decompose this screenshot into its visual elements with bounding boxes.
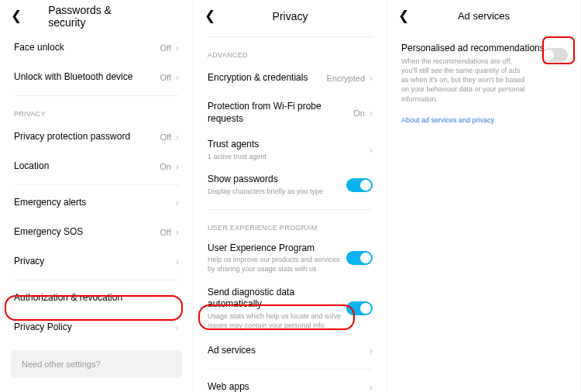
row-face-unlock[interactable]: Face unlock Off ›: [0, 33, 193, 63]
row-value: Off: [160, 132, 171, 142]
row-authorization-revocation[interactable]: Authorization & revocation ›: [0, 284, 193, 313]
chevron-right-icon: ›: [370, 73, 373, 84]
footer-search-prompt[interactable]: Need other settings?: [11, 350, 182, 378]
row-label: Show passwords: [208, 174, 346, 186]
toggle-diagnostic[interactable]: [346, 301, 373, 315]
back-icon[interactable]: ❮: [205, 9, 215, 22]
page-title: Privacy: [273, 10, 308, 22]
back-icon[interactable]: ❮: [11, 9, 22, 22]
row-label: Privacy Policy: [14, 322, 176, 334]
row-sublabel: Help us improve our products and service…: [208, 256, 346, 273]
page-title: Ad services: [458, 10, 510, 22]
row-web-apps[interactable]: Web apps ›: [194, 373, 387, 392]
row-value: Off: [160, 43, 171, 53]
row-label: Trust agents: [208, 139, 370, 151]
row-personalised-ads[interactable]: Personalised ad recommendations When the…: [387, 33, 580, 107]
row-label: Authorization & revocation: [14, 292, 176, 304]
row-location[interactable]: Location On ›: [0, 152, 193, 181]
chevron-right-icon: ›: [370, 346, 373, 356]
row-show-passwords[interactable]: Show passwords Display characters briefl…: [194, 167, 387, 202]
row-label: Emergency SOS: [14, 226, 160, 239]
toggle-show-passwords[interactable]: [346, 178, 373, 192]
row-label: Web apps: [208, 381, 370, 392]
chevron-right-icon: ›: [176, 198, 179, 208]
chevron-right-icon: ›: [370, 108, 373, 119]
back-icon[interactable]: ❮: [398, 9, 409, 22]
row-value: Off: [160, 228, 171, 237]
row-privacy[interactable]: Privacy ›: [0, 247, 193, 277]
section-header-advanced: ADVANCED: [194, 40, 387, 64]
row-value: On: [353, 108, 365, 118]
row-encryption-credentials[interactable]: Encryption & credentials Encrypted ›: [194, 64, 387, 93]
chevron-right-icon: ›: [176, 256, 179, 267]
row-privacy-protection-password[interactable]: Privacy protection password Off ›: [0, 122, 193, 152]
row-label: Privacy: [14, 256, 176, 268]
row-label: Face unlock: [14, 42, 160, 54]
row-value: Encrypted: [326, 74, 365, 83]
row-sublabel: Usage stats which help us locate and sol…: [208, 312, 346, 330]
chevron-right-icon: ›: [176, 132, 179, 143]
row-privacy-policy[interactable]: Privacy Policy ›: [0, 313, 193, 342]
row-label: Unlock with Bluetooth device: [14, 71, 160, 84]
page-title: Passwords & security: [48, 4, 145, 29]
header: ❮ Passwords & security: [0, 0, 193, 33]
screen-privacy: ❮ Privacy ADVANCED Encryption & credenti…: [194, 0, 387, 392]
row-ad-services[interactable]: Ad services ›: [194, 336, 387, 366]
chevron-right-icon: ›: [370, 145, 373, 156]
divider: [208, 36, 373, 37]
row-label: Send diagnostic data automatically: [208, 287, 346, 311]
row-value: Off: [160, 73, 171, 82]
row-user-experience-program[interactable]: User Experience Program Help us improve …: [194, 236, 387, 280]
row-label: User Experience Program: [208, 242, 346, 255]
chevron-right-icon: ›: [176, 322, 179, 333]
row-sublabel: Display characters briefly as you type: [208, 187, 346, 197]
row-wifi-probe-protection[interactable]: Protection from Wi-Fi probe requests On …: [194, 93, 387, 132]
chevron-right-icon: ›: [176, 293, 179, 304]
row-label: Emergency alerts: [14, 197, 176, 209]
row-label: Privacy protection password: [14, 131, 160, 143]
row-label: Ad services: [208, 345, 370, 357]
divider: [208, 209, 373, 210]
row-label: Location: [14, 160, 160, 173]
header: ❮ Ad services: [387, 0, 580, 33]
screen-passwords-security: ❮ Passwords & security Face unlock Off ›…: [0, 0, 194, 392]
header: ❮ Privacy: [194, 0, 387, 33]
toggle-personalised-ads[interactable]: [541, 48, 568, 62]
row-value: On: [160, 162, 171, 171]
divider: [14, 184, 179, 185]
chevron-right-icon: ›: [370, 382, 373, 392]
row-emergency-sos[interactable]: Emergency SOS Off ›: [0, 218, 193, 247]
row-send-diagnostic-data[interactable]: Send diagnostic data automatically Usage…: [194, 280, 387, 337]
divider: [14, 95, 179, 96]
divider: [14, 280, 179, 280]
row-sublabel: 1 active trust agent: [208, 153, 370, 162]
row-emergency-alerts[interactable]: Emergency alerts ›: [0, 188, 193, 218]
row-trust-agents[interactable]: Trust agents 1 active trust agent ›: [194, 132, 387, 167]
chevron-right-icon: ›: [176, 43, 179, 53]
chevron-right-icon: ›: [176, 227, 179, 238]
toggle-uep[interactable]: [346, 251, 373, 265]
section-header-uep: USER EXPERIENCE PROGRAM: [194, 213, 387, 236]
divider: [208, 369, 373, 370]
row-label: Encryption & credentials: [208, 72, 326, 84]
row-sublabel: When the recommendations are off, you'll…: [401, 57, 566, 104]
chevron-right-icon: ›: [176, 72, 179, 83]
screen-ad-services: ❮ Ad services Personalised ad recommenda…: [387, 0, 581, 392]
section-header-privacy: PRIVACY: [0, 99, 193, 122]
row-label: Protection from Wi-Fi probe requests: [208, 101, 353, 125]
link-about-ad-services[interactable]: About ad services and privacy: [387, 107, 580, 133]
chevron-right-icon: ›: [176, 161, 179, 172]
row-unlock-bluetooth[interactable]: Unlock with Bluetooth device Off ›: [0, 63, 193, 92]
